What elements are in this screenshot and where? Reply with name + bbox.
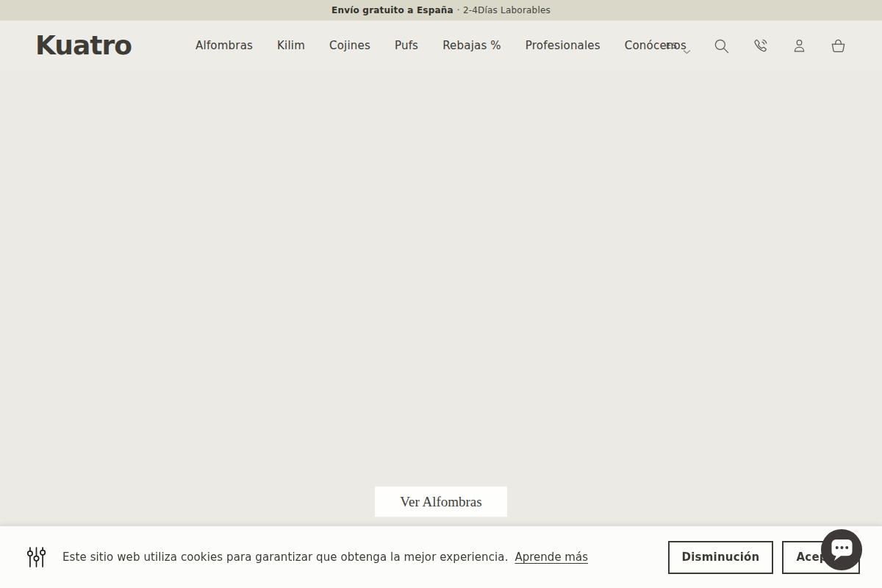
nav-item-alfombras[interactable]: Alfombras [196,39,253,52]
nav-item-pufs[interactable]: Pufs [395,39,418,52]
basket-icon[interactable] [830,37,847,54]
decline-cookies-button[interactable]: Disminución [668,541,774,574]
announcement-highlight: Envío gratuito a España [331,5,453,15]
announcement-bar: Envío gratuito a España · 2-4Días Labora… [0,0,882,21]
ver-alfombras-button[interactable]: Ver Alfombras [375,487,507,517]
nav-item-kilim[interactable]: Kilim [277,39,305,52]
cookie-message: Este sitio web utiliza cookies para gara… [62,551,509,564]
hero-banner: Ver Alfombras [0,71,882,588]
nav-item-profesionales[interactable]: Profesionales [526,39,600,52]
nav-item-rebajas[interactable]: Rebajas % [442,39,501,52]
search-icon[interactable] [713,37,730,54]
site-header: Kuatro Alfombras Kilim Cojines Pufs Reba… [0,21,882,71]
nav-item-conocenos[interactable]: Conócenos [625,39,686,52]
phone-icon[interactable] [752,37,769,54]
announcement-detail: · 2-4Días Laborables [457,5,551,15]
nav-item-cojines[interactable]: Cojines [329,39,370,52]
learn-more-link[interactable]: Aprende más [515,551,589,564]
main-nav: Alfombras Kilim Cojines Pufs Rebajas % P… [196,39,686,52]
account-icon[interactable] [791,37,808,54]
logo[interactable]: Kuatro [35,32,132,59]
cookie-banner: Este sitio web utiliza cookies para gara… [0,526,882,588]
header-actions: ES [666,37,847,54]
chat-widget-button[interactable] [820,528,863,571]
sliders-icon [26,541,46,573]
